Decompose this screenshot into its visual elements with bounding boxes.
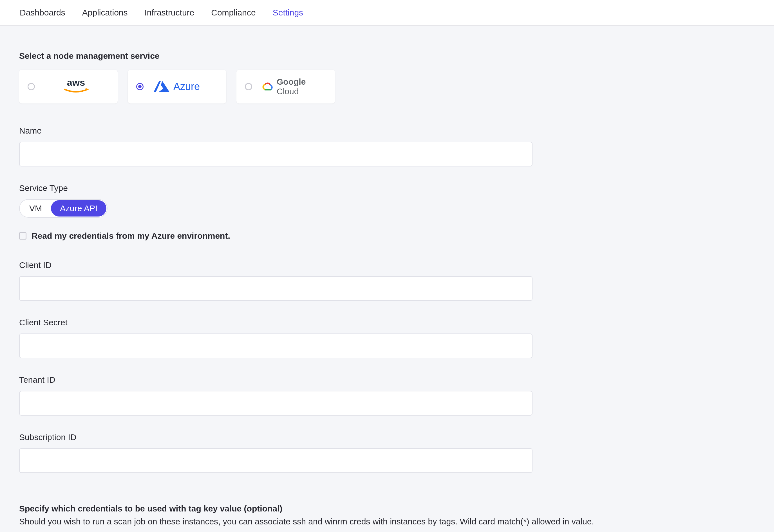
field-client-id: Client ID [19, 260, 755, 301]
nav-dashboards[interactable]: Dashboards [20, 8, 65, 17]
field-service-type: Service Type VM Azure API [19, 183, 755, 218]
tag-creds-description: Should you wish to run a scan job on the… [19, 517, 755, 526]
provider-card-gcp[interactable]: Google Cloud [237, 70, 335, 103]
provider-card-azure[interactable]: Azure [128, 70, 226, 103]
service-type-vm[interactable]: VM [20, 200, 51, 217]
azure-logo-icon: Azure [151, 70, 218, 103]
tenant-id-input[interactable] [19, 391, 532, 416]
nav-applications[interactable]: Applications [82, 8, 128, 17]
nav-infrastructure[interactable]: Infrastructure [145, 8, 195, 17]
radio-icon [245, 83, 252, 90]
service-type-segmented: VM Azure API [19, 199, 107, 218]
gcp-logo-icon: Google Cloud [260, 70, 327, 103]
top-nav: Dashboards Applications Infrastructure C… [0, 0, 774, 26]
svg-text:aws: aws [67, 77, 85, 88]
client-secret-input[interactable] [19, 333, 532, 358]
field-tenant-id: Tenant ID [19, 375, 755, 416]
subscription-id-label: Subscription ID [19, 432, 755, 442]
azure-logo-text: Azure [173, 81, 200, 93]
tenant-id-label: Tenant ID [19, 375, 755, 385]
provider-select-heading: Select a node management service [19, 51, 755, 61]
aws-logo-icon: aws [43, 70, 109, 103]
client-id-label: Client ID [19, 260, 755, 270]
nav-settings[interactable]: Settings [273, 8, 303, 17]
field-subscription-id: Subscription ID [19, 432, 755, 473]
radio-icon [136, 83, 143, 90]
name-label: Name [19, 126, 755, 136]
nav-compliance[interactable]: Compliance [211, 8, 256, 17]
service-type-azure-api[interactable]: Azure API [51, 200, 106, 217]
read-env-creds-label: Read my credentials from my Azure enviro… [31, 231, 230, 241]
read-env-creds-row[interactable]: Read my credentials from my Azure enviro… [19, 231, 755, 241]
page-body: Select a node management service aws [0, 26, 774, 532]
field-name: Name [19, 126, 755, 166]
service-type-label: Service Type [19, 183, 755, 193]
radio-icon [28, 83, 35, 90]
subscription-id-input[interactable] [19, 448, 532, 473]
client-id-input[interactable] [19, 276, 532, 301]
checkbox-icon[interactable] [19, 232, 26, 240]
client-secret-label: Client Secret [19, 318, 755, 327]
provider-row: aws Azure [19, 70, 755, 103]
provider-card-aws[interactable]: aws [19, 70, 118, 103]
field-client-secret: Client Secret [19, 318, 755, 358]
name-input[interactable] [19, 142, 532, 166]
tag-creds-title: Specify which credentials to be used wit… [19, 504, 755, 513]
gcp-logo-text: Google Cloud [277, 77, 327, 96]
